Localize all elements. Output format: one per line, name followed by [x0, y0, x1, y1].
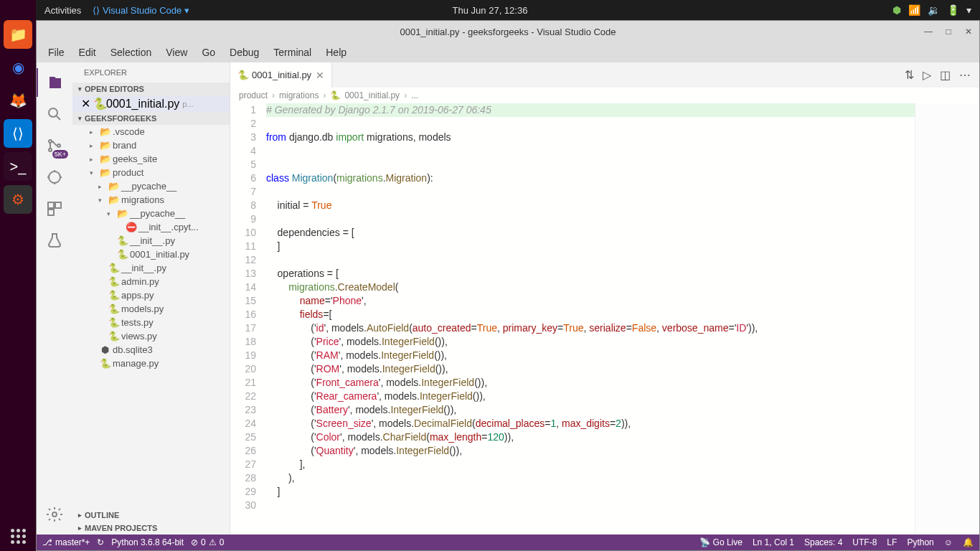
test-icon[interactable]: [37, 226, 72, 255]
svg-point-4: [49, 171, 60, 183]
tree-item[interactable]: 🐍views.py: [72, 329, 230, 343]
tree-item[interactable]: ▾📂__pycache__: [72, 207, 230, 220]
source-control-icon[interactable]: [37, 131, 72, 160]
git-branch[interactable]: ⎇ master*+: [42, 537, 90, 547]
menu-view[interactable]: View: [160, 44, 193, 60]
tree-item[interactable]: 🐍__init__.py: [72, 261, 230, 275]
close-button[interactable]: ✕: [963, 27, 974, 37]
minimap[interactable]: [915, 103, 979, 534]
dock-apps-grid-icon[interactable]: [11, 529, 26, 544]
settings-gear-icon[interactable]: [37, 500, 72, 529]
maven-header[interactable]: MAVEN PROJECTS: [72, 522, 230, 534]
menu-file[interactable]: File: [42, 44, 70, 60]
svg-point-1: [49, 140, 52, 143]
activity-bar: [37, 62, 72, 534]
ubuntu-dock: 📁 ◉ 🦊 ⟨⟩ >_ ⚙: [0, 0, 36, 551]
tree-item[interactable]: 🐍models.py: [72, 302, 230, 316]
menu-help[interactable]: Help: [320, 44, 352, 60]
language-mode[interactable]: Python: [907, 537, 933, 547]
dock-vscode-icon[interactable]: ⟨⟩: [4, 119, 32, 148]
indentation[interactable]: Spaces: 4: [804, 537, 842, 547]
battery-icon[interactable]: 🔋: [947, 4, 959, 16]
wifi-icon[interactable]: 📶: [908, 4, 920, 16]
shield-icon[interactable]: ⬢: [892, 4, 901, 16]
dock-terminal-icon[interactable]: >_: [4, 152, 32, 181]
menu-edit[interactable]: Edit: [73, 44, 102, 60]
explorer-icon[interactable]: [37, 68, 72, 97]
tree-item[interactable]: ▸📂__pycache__: [72, 179, 230, 193]
tree-item[interactable]: 🐍0001_initial.py: [72, 248, 230, 261]
extensions-icon[interactable]: [37, 194, 72, 223]
go-live[interactable]: 📡 Go Live: [699, 537, 743, 547]
dock-settings-icon[interactable]: ⚙: [4, 185, 32, 214]
menu-go[interactable]: Go: [196, 44, 221, 60]
tree-item[interactable]: 🐍apps.py: [72, 288, 230, 302]
code-content[interactable]: # Generated by Django 2.1.7 on 2019-06-2…: [266, 103, 915, 534]
tab-close-icon[interactable]: ✕: [316, 70, 324, 81]
code-editor[interactable]: 1234567891011121314151617181920212223242…: [230, 103, 979, 534]
tree-item[interactable]: 🐍manage.py: [72, 357, 230, 370]
sync-icon[interactable]: ↻: [97, 537, 104, 547]
feedback-icon[interactable]: ☺: [944, 537, 953, 547]
run-icon[interactable]: ▷: [923, 68, 931, 82]
volume-icon[interactable]: 🔉: [928, 4, 940, 16]
tree-item[interactable]: ▾📂migrations: [72, 193, 230, 207]
maximize-button[interactable]: □: [943, 27, 953, 37]
svg-point-2: [49, 149, 52, 151]
python-version[interactable]: Python 3.6.8 64-bit: [111, 537, 184, 547]
split-editor-icon[interactable]: ◫: [940, 68, 951, 82]
chevron-right-icon: ›: [323, 90, 326, 100]
editor-area: 🐍 0001_initial.py ✕ ⇅ ▷ ◫ ⋯ product › mi…: [230, 62, 979, 534]
window-title: 0001_initial.py - geeksforgeeks - Visual…: [400, 27, 616, 37]
open-editors-header[interactable]: OPEN EDITORS: [72, 83, 230, 95]
tree-item[interactable]: ▸📂geeks_site: [72, 152, 230, 166]
tree-item[interactable]: 🐍tests.py: [72, 316, 230, 329]
problems[interactable]: ⊘ 0 ⚠ 0: [191, 537, 224, 547]
search-icon[interactable]: [37, 100, 72, 128]
tab-0001-initial[interactable]: 🐍 0001_initial.py ✕: [230, 62, 332, 88]
notifications-icon[interactable]: 🔔: [963, 537, 974, 547]
tree-item[interactable]: 🐍__init__.py: [72, 234, 230, 248]
cursor-position[interactable]: Ln 1, Col 1: [753, 537, 794, 547]
tree-item[interactable]: ▾📂product: [72, 166, 230, 179]
more-actions-icon[interactable]: ⋯: [959, 68, 971, 82]
minimize-button[interactable]: —: [923, 27, 933, 37]
app-menu[interactable]: ⟨⟩ Visual Studio Code ▾: [93, 5, 189, 16]
gnome-top-bar: Activities ⟨⟩ Visual Studio Code ▾ Thu J…: [36, 0, 980, 20]
menu-terminal[interactable]: Terminal: [268, 44, 317, 60]
dock-firefox-icon[interactable]: 🦊: [4, 86, 32, 115]
activities-button[interactable]: Activities: [44, 5, 81, 16]
workspace-header[interactable]: GEEKSFORGEEKS: [72, 112, 230, 125]
svg-rect-5: [48, 202, 54, 208]
svg-rect-7: [48, 209, 54, 215]
clock[interactable]: Thu Jun 27, 12:36: [453, 5, 528, 16]
close-editor-icon[interactable]: ✕: [81, 97, 90, 110]
menu-debug[interactable]: Debug: [224, 44, 265, 60]
breadcrumb[interactable]: product › migrations › 🐍 0001_initial.py…: [230, 88, 979, 103]
file-tree: ▸📂.vscode▸📂brand▸📂geeks_site▾📂product▸📂_…: [72, 125, 230, 509]
system-menu-chevron-icon[interactable]: ▾: [966, 4, 971, 16]
tree-item[interactable]: ▸📂.vscode: [72, 125, 230, 138]
tabs-bar: 🐍 0001_initial.py ✕ ⇅ ▷ ◫ ⋯: [230, 62, 979, 88]
tree-item[interactable]: ⛔__init__.cpyt...: [72, 220, 230, 234]
sidebar-title: EXPLORER: [72, 62, 230, 83]
vscode-window: 0001_initial.py - geeksforgeeks - Visual…: [36, 20, 980, 551]
menu-selection[interactable]: Selection: [105, 44, 158, 60]
tree-item[interactable]: ▸📂brand: [72, 138, 230, 152]
outline-header[interactable]: OUTLINE: [72, 509, 230, 522]
svg-point-3: [57, 144, 60, 147]
open-editor-item[interactable]: ✕ 🐍 0001_initial.py p...: [72, 95, 230, 112]
line-gutter: 1234567891011121314151617181920212223242…: [230, 103, 266, 534]
python-file-icon: 🐍: [93, 97, 103, 110]
status-bar: ⎇ master*+ ↻ Python 3.6.8 64-bit ⊘ 0 ⚠ 0…: [37, 534, 979, 550]
tree-item[interactable]: ⬢db.sqlite3: [72, 343, 230, 357]
debug-icon[interactable]: [37, 163, 72, 192]
dock-chromium-icon[interactable]: ◉: [4, 53, 32, 82]
compare-icon[interactable]: ⇅: [905, 68, 914, 82]
chevron-right-icon: ›: [272, 90, 275, 100]
dock-files-icon[interactable]: 📁: [4, 20, 32, 49]
eol[interactable]: LF: [887, 537, 897, 547]
tree-item[interactable]: 🐍admin.py: [72, 275, 230, 288]
svg-rect-6: [55, 202, 61, 208]
encoding[interactable]: UTF-8: [852, 537, 877, 547]
